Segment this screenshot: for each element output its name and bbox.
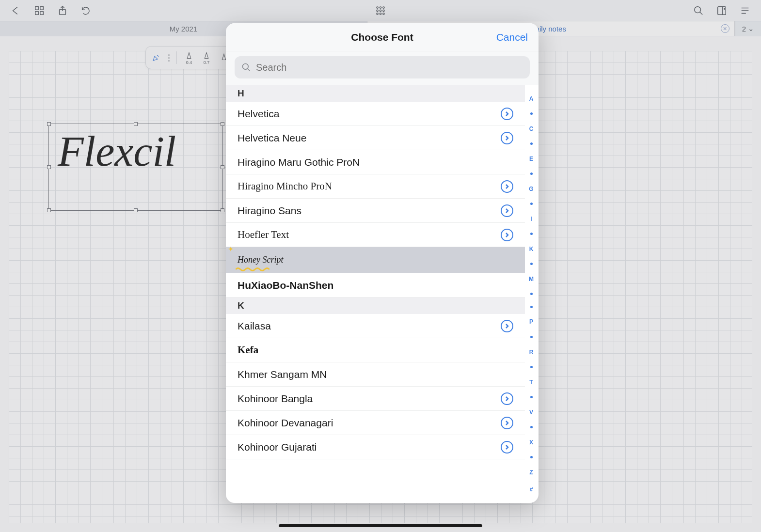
index-dot[interactable] xyxy=(530,293,533,295)
index-dot[interactable] xyxy=(530,336,533,338)
modal-header: Choose Font Cancel xyxy=(226,23,539,51)
font-name: Honey Script xyxy=(238,255,283,265)
search-input[interactable] xyxy=(256,62,523,73)
font-row-huxiaobo[interactable]: HuXiaoBo-NanShen xyxy=(226,273,525,297)
detail-icon[interactable] xyxy=(501,132,513,144)
font-row-kefa[interactable]: Kefa xyxy=(226,338,525,362)
font-row-hoefler[interactable]: Hoefler Text xyxy=(226,223,525,247)
index-letter-t[interactable]: T xyxy=(529,379,533,386)
font-name: Hiragino Mincho ProN xyxy=(238,180,332,192)
index-dot[interactable] xyxy=(530,456,533,458)
font-row-hiragino-mincho[interactable]: Hiragino Mincho ProN xyxy=(226,174,525,199)
search-icon xyxy=(241,63,251,72)
font-name: Kefa xyxy=(238,344,258,356)
font-row-kohinoor-gujarati[interactable]: Kohinoor Gujarati xyxy=(226,435,525,459)
font-name: Hoefler Text xyxy=(238,229,289,241)
index-dot[interactable] xyxy=(530,172,533,175)
detail-icon[interactable] xyxy=(501,204,513,217)
font-row-hiragino-sans[interactable]: Hiragino Sans xyxy=(226,199,525,223)
index-letter-p[interactable]: P xyxy=(529,318,533,325)
index-letter-r[interactable]: R xyxy=(529,349,534,356)
index-letter-#[interactable]: # xyxy=(530,486,533,493)
detail-icon[interactable] xyxy=(501,180,513,193)
font-row-helvetica[interactable]: Helvetica xyxy=(226,102,525,126)
font-name: Hiragino Sans xyxy=(238,205,301,217)
index-letter-i[interactable]: I xyxy=(530,216,532,222)
squiggle-underline-icon xyxy=(236,267,270,272)
font-row-kohinoor-bangla[interactable]: Kohinoor Bangla xyxy=(226,387,525,411)
index-letter-k[interactable]: K xyxy=(529,246,534,252)
font-row-khmer[interactable]: Khmer Sangam MN xyxy=(226,362,525,387)
svg-point-17 xyxy=(243,64,249,70)
detail-icon[interactable] xyxy=(501,392,513,405)
search-box[interactable] xyxy=(235,56,530,78)
index-letter-m[interactable]: M xyxy=(529,276,534,282)
font-picker-modal: Choose Font Cancel H Helvetica Helvetica… xyxy=(226,23,539,503)
font-row-hiragino-maru[interactable]: Hiragino Maru Gothic ProN xyxy=(226,150,525,174)
index-dot[interactable] xyxy=(530,263,533,265)
section-header-k: K xyxy=(226,297,525,314)
modal-title: Choose Font xyxy=(351,31,413,43)
home-indicator[interactable] xyxy=(279,524,482,527)
index-dot[interactable] xyxy=(530,426,533,428)
index-dot[interactable] xyxy=(530,233,533,235)
font-list[interactable]: H Helvetica Helvetica Neue Hiragino Maru… xyxy=(226,85,525,503)
index-dot[interactable] xyxy=(530,366,533,368)
font-name: Hiragino Maru Gothic ProN xyxy=(238,156,360,168)
alphabet-index[interactable]: ACEGIKMPRTVXZ# xyxy=(526,90,537,498)
detail-icon[interactable] xyxy=(501,417,513,429)
index-dot[interactable] xyxy=(530,203,533,205)
font-name: Kailasa xyxy=(238,320,271,332)
index-letter-g[interactable]: G xyxy=(529,186,533,192)
detail-icon[interactable] xyxy=(501,108,513,120)
font-name: Helvetica xyxy=(238,108,279,120)
font-name: Helvetica Neue xyxy=(238,132,306,144)
font-row-helvetica-neue[interactable]: Helvetica Neue xyxy=(226,126,525,150)
sparkle-icon: ✦ xyxy=(228,245,234,253)
font-row-kailasa[interactable]: Kailasa xyxy=(226,314,525,338)
font-name: HuXiaoBo-NanShen xyxy=(238,280,333,291)
section-header-h: H xyxy=(226,85,525,102)
font-name: Kohinoor Devanagari xyxy=(238,417,333,429)
index-letter-v[interactable]: V xyxy=(529,409,533,416)
font-name: Kohinoor Gujarati xyxy=(238,441,317,453)
detail-icon[interactable] xyxy=(501,320,513,332)
index-letter-a[interactable]: A xyxy=(529,95,534,102)
index-dot[interactable] xyxy=(530,112,533,115)
index-dot[interactable] xyxy=(530,142,533,145)
index-dot[interactable] xyxy=(530,306,533,308)
font-row-kohinoor-devanagari[interactable]: Kohinoor Devanagari xyxy=(226,411,525,435)
detail-icon[interactable] xyxy=(501,441,513,454)
detail-icon[interactable] xyxy=(501,229,513,241)
index-dot[interactable] xyxy=(530,396,533,398)
index-letter-x[interactable]: X xyxy=(529,439,533,446)
font-name: Kohinoor Bangla xyxy=(238,393,313,405)
font-row-honey-script[interactable]: ✦ Honey Script xyxy=(226,247,525,273)
index-letter-c[interactable]: C xyxy=(529,125,534,132)
cancel-button[interactable]: Cancel xyxy=(496,31,528,43)
font-name: Khmer Sangam MN xyxy=(238,369,327,380)
index-letter-z[interactable]: Z xyxy=(529,469,533,476)
index-letter-e[interactable]: E xyxy=(529,156,533,162)
